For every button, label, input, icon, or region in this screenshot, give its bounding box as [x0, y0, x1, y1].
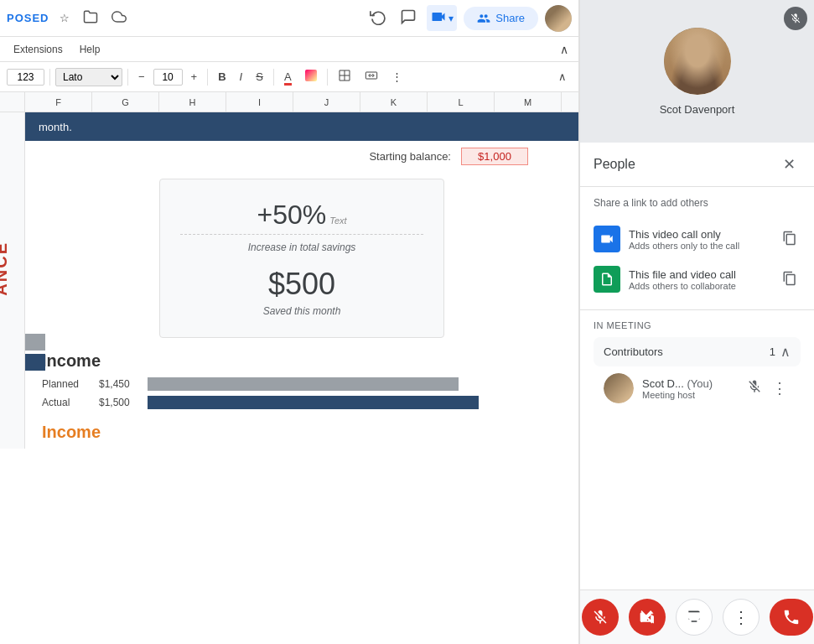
col-J: J	[293, 92, 360, 112]
video-call-only-text: This video call only Adds others only to…	[629, 228, 770, 251]
divider-4	[273, 69, 274, 86]
percent-sublabel: Text	[329, 216, 346, 226]
share-section: Share a link to add others This video ca…	[580, 187, 814, 310]
left-bars	[25, 334, 45, 371]
borders-button[interactable]	[333, 67, 356, 86]
bold-button[interactable]: B	[213, 69, 231, 85]
cloud-button[interactable]	[108, 6, 130, 30]
income-actual-row: Actual $1,500	[42, 396, 562, 409]
text-color-button[interactable]: A	[279, 69, 297, 85]
font-size-input[interactable]	[153, 69, 183, 86]
close-people-button[interactable]: ✕	[777, 153, 801, 176]
comment-button[interactable]	[397, 5, 420, 31]
menu-bar: Extensions Help ∧	[0, 37, 578, 62]
history-icon	[370, 8, 386, 28]
video-call-button[interactable]: ▾	[427, 5, 457, 31]
mute-video-button[interactable]	[629, 599, 666, 636]
format-bar: Lato − + B I S A ⋮ ∧	[0, 62, 578, 92]
video-call-only-desc: Adds others only to the call	[629, 241, 770, 251]
actual-bar	[148, 396, 479, 409]
contributors-count: 1	[770, 345, 775, 358]
contributors-label: Contributors	[604, 345, 663, 358]
planned-label: Planned	[42, 378, 92, 390]
star-icon: ☆	[60, 12, 70, 24]
divider-2	[127, 69, 128, 86]
you-label: (You)	[687, 377, 713, 390]
history-button[interactable]	[366, 5, 390, 31]
stats-amount: $500	[180, 267, 423, 302]
actual-label: Actual	[42, 397, 92, 408]
planned-bar-indicator	[25, 334, 45, 351]
collapse-bar-button[interactable]: ∧	[553, 69, 572, 85]
participant-avatar	[604, 373, 634, 403]
spreadsheet-area: POSED ☆	[0, 0, 579, 644]
copy-video-call-link-button[interactable]	[779, 227, 801, 252]
call-controls: ⋮	[580, 589, 814, 644]
stats-box: +50% Text Increase in total savings $500…	[159, 179, 444, 338]
star-button[interactable]: ☆	[56, 8, 73, 28]
in-meeting-label: IN MEETING	[594, 320, 801, 330]
increase-font-button[interactable]: +	[186, 69, 203, 85]
file-and-video-call-desc: Adds others to collaborate	[629, 281, 770, 291]
starting-balance-value[interactable]: $1,000	[461, 148, 528, 165]
col-F: F	[25, 92, 92, 112]
increase-label: Increase in total savings	[180, 234, 423, 253]
folder-button[interactable]	[80, 6, 101, 30]
starting-balance-label: Starting balance:	[369, 150, 451, 163]
end-call-button[interactable]	[770, 599, 813, 636]
share-section-title: Share a link to add others	[594, 197, 801, 209]
menu-help[interactable]: Help	[73, 42, 107, 57]
sidebar-balance-label: ANCE	[0, 242, 11, 296]
italic-button[interactable]: I	[235, 69, 248, 85]
copy-file-link-button[interactable]	[779, 267, 801, 292]
cloud-icon	[111, 9, 127, 27]
meet-icon	[594, 226, 620, 252]
share-button[interactable]: People Share	[464, 7, 538, 30]
more-formats-button[interactable]: ⋮	[386, 69, 407, 85]
divider-3	[207, 69, 208, 86]
actual-bar-bg	[148, 396, 562, 409]
decrease-font-button[interactable]: −	[133, 69, 150, 85]
collapse-formula-button[interactable]: ∧	[557, 39, 572, 60]
comment-icon	[400, 8, 417, 28]
participant-actions: ⋮	[744, 376, 791, 401]
col-I: I	[226, 92, 293, 112]
sheet-content[interactable]: month. ANCE Starting balance: $1,000 +50…	[0, 112, 578, 644]
amount-label: Saved this month	[180, 305, 423, 317]
col-K: K	[360, 92, 428, 112]
cell-reference-input[interactable]	[7, 69, 44, 86]
highlight-color-button[interactable]	[300, 68, 322, 86]
contributors-row[interactable]: Contributors 1 ∧	[594, 337, 801, 366]
participant-mute-button[interactable]	[744, 376, 765, 401]
participant-more-button[interactable]: ⋮	[769, 376, 791, 401]
mute-mic-button[interactable]	[582, 599, 619, 636]
bottom-income-title: Income	[42, 423, 562, 442]
income-section: Income Planned $1,450 Actual $1,500	[42, 351, 562, 409]
file-and-video-call-option[interactable]: This file and video call Adds others to …	[594, 259, 801, 299]
in-meeting-section: IN MEETING Contributors 1 ∧ Scot D... (Y…	[580, 310, 814, 420]
more-vert-icon: ⋮	[733, 607, 749, 627]
col-G: G	[92, 92, 159, 112]
participant-role: Meeting host	[642, 390, 735, 400]
people-header: People ✕	[580, 143, 814, 187]
month-text: month.	[39, 121, 72, 133]
header-row: month.	[0, 112, 578, 141]
video-call-only-option[interactable]: This video call only Adds others only to…	[594, 219, 801, 259]
income-title: Income	[42, 351, 562, 371]
video-chevron-icon: ▾	[448, 13, 454, 24]
folder-icon	[83, 9, 98, 27]
font-selector[interactable]: Lato	[55, 68, 122, 86]
video-person-name: Scot Davenport	[660, 103, 735, 116]
merge-cells-button[interactable]	[360, 67, 383, 86]
present-button[interactable]	[676, 599, 713, 636]
mute-badge	[784, 7, 807, 30]
content-area: ANCE Starting balance: $1,000 +50% Text …	[0, 141, 578, 449]
participant-row: Scot D... (You) Meeting host ⋮	[594, 366, 801, 410]
planned-bar-bg	[148, 377, 562, 391]
col-L: L	[428, 92, 495, 112]
strikethrough-button[interactable]: S	[251, 69, 268, 85]
more-options-button[interactable]: ⋮	[723, 599, 760, 636]
planned-amount: $1,450	[99, 378, 141, 390]
menu-extensions[interactable]: Extensions	[7, 42, 70, 57]
participant-name: Scot D... (You)	[642, 377, 735, 390]
